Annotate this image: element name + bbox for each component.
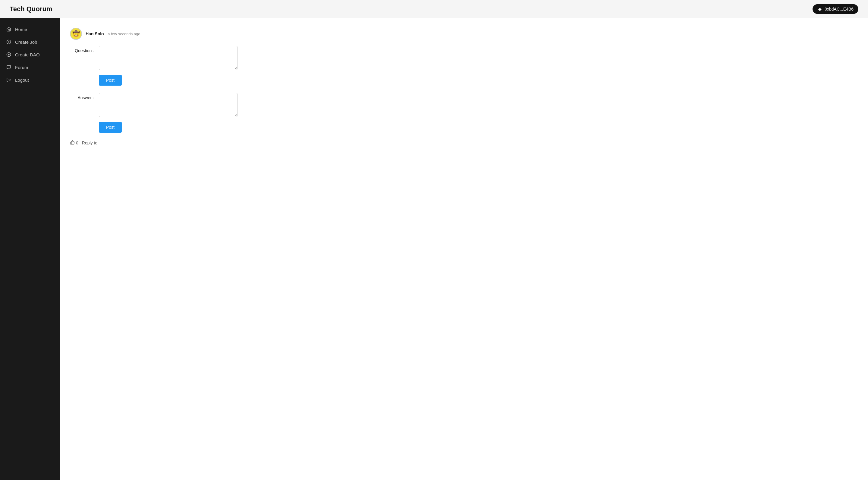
- post-container: 🤠 Han Solo a few seconds ago Question : …: [70, 28, 311, 146]
- reply-link[interactable]: Reply to: [82, 141, 97, 145]
- post-meta: Han Solo a few seconds ago: [86, 31, 141, 36]
- post-time: a few seconds ago: [107, 32, 140, 36]
- answer-post-btn-row: Post: [99, 122, 311, 133]
- question-input[interactable]: [99, 46, 238, 70]
- home-icon: [6, 27, 11, 32]
- answer-input[interactable]: [99, 93, 238, 117]
- avatar: 🤠: [70, 28, 82, 40]
- post-username: Han Solo: [86, 31, 104, 36]
- sidebar-item-create-job-label: Create Job: [15, 39, 37, 44]
- like-count: 0: [76, 141, 79, 145]
- sidebar-item-forum[interactable]: Forum: [0, 61, 60, 73]
- sidebar-item-home-label: Home: [15, 27, 27, 32]
- sidebar-item-create-dao-label: Create DAO: [15, 52, 40, 57]
- app-body: Home Create Job Create DAO: [0, 18, 868, 480]
- footer-actions: 0 Reply to: [70, 140, 311, 146]
- sidebar-item-forum-label: Forum: [15, 65, 28, 70]
- main-content: 🤠 Han Solo a few seconds ago Question : …: [60, 18, 868, 480]
- sidebar: Home Create Job Create DAO: [0, 18, 60, 480]
- header: Tech Quorum ◆ 0xbdAC...E4B6: [0, 0, 868, 18]
- answer-label: Answer :: [70, 93, 94, 100]
- question-label: Question :: [70, 46, 94, 53]
- question-form-row: Question :: [70, 46, 311, 70]
- sidebar-item-create-job[interactable]: Create Job: [0, 36, 60, 48]
- question-post-btn-row: Post: [99, 75, 311, 86]
- sidebar-item-home[interactable]: Home: [0, 23, 60, 36]
- forum-icon: [6, 64, 11, 70]
- question-post-button[interactable]: Post: [99, 75, 122, 86]
- like-section[interactable]: 0: [70, 140, 79, 146]
- eth-icon: ◆: [817, 7, 822, 11]
- answer-post-button[interactable]: Post: [99, 122, 122, 133]
- thumbs-up-icon: [70, 140, 75, 146]
- wallet-address: 0xbdAC...E4B6: [825, 7, 854, 11]
- create-job-icon: [6, 39, 11, 44]
- create-dao-icon: [6, 52, 11, 57]
- sidebar-item-logout-label: Logout: [15, 78, 29, 83]
- wallet-badge[interactable]: ◆ 0xbdAC...E4B6: [812, 4, 858, 14]
- sidebar-item-create-dao[interactable]: Create DAO: [0, 48, 60, 61]
- app-title: Tech Quorum: [10, 5, 52, 13]
- post-header: 🤠 Han Solo a few seconds ago: [70, 28, 311, 40]
- answer-form-row: Answer :: [70, 93, 311, 117]
- sidebar-item-logout[interactable]: Logout: [0, 73, 60, 86]
- logout-icon: [6, 77, 11, 83]
